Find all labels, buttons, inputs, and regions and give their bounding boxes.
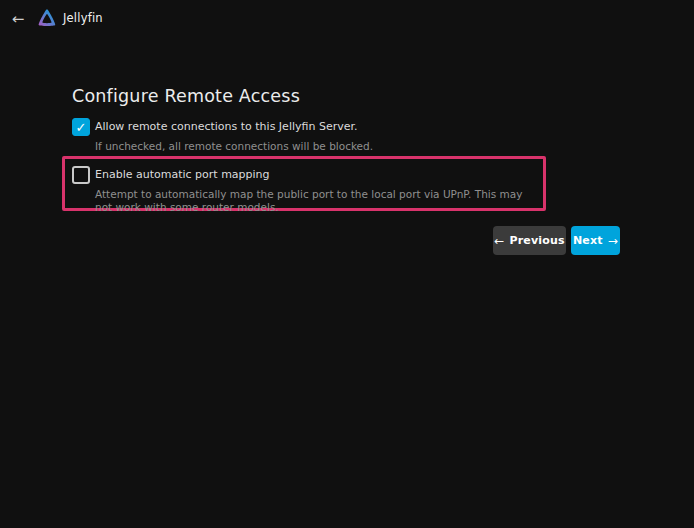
- jellyfin-logo-icon: [36, 7, 58, 29]
- previous-button-label: Previous: [509, 234, 564, 247]
- arrow-left-icon: ←: [494, 235, 504, 247]
- checkmark-icon: ✓: [76, 121, 87, 134]
- previous-button[interactable]: ← Previous: [493, 226, 566, 255]
- next-button-label: Next: [573, 234, 603, 247]
- allow-remote-connections-checkbox[interactable]: ✓: [72, 118, 90, 136]
- back-arrow-icon: ←: [12, 10, 25, 28]
- app-logo-text: Jellyfin: [63, 11, 103, 25]
- option-enable-port-mapping: Enable automatic port mapping Attempt to…: [72, 166, 542, 215]
- option-allow-remote-connections: ✓ Allow remote connections to this Jelly…: [72, 118, 532, 153]
- page-title: Configure Remote Access: [72, 86, 300, 106]
- allow-remote-connections-label[interactable]: Allow remote connections to this Jellyfi…: [95, 120, 373, 134]
- enable-port-mapping-label[interactable]: Enable automatic port mapping: [95, 168, 542, 182]
- app-logo: Jellyfin: [36, 7, 103, 29]
- setup-wizard-page: ← Jellyfin Configure Remote Access ✓ All…: [0, 0, 694, 528]
- arrow-right-icon: →: [608, 235, 618, 247]
- enable-port-mapping-description: Attempt to automatically map the public …: [95, 188, 542, 215]
- back-button[interactable]: ←: [8, 9, 28, 29]
- next-button[interactable]: Next →: [571, 226, 620, 255]
- enable-port-mapping-checkbox[interactable]: [72, 166, 90, 184]
- allow-remote-connections-description: If unchecked, all remote connections wil…: [95, 140, 373, 154]
